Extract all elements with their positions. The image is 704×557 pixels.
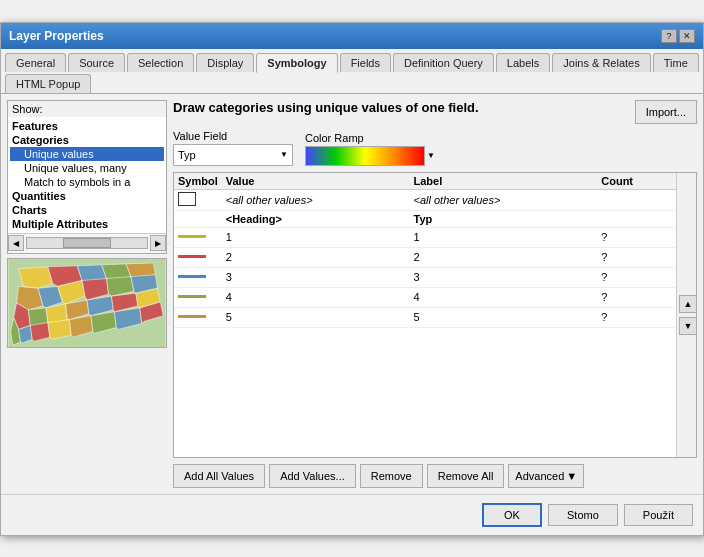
label-cell: 1 <box>410 227 598 247</box>
table-row[interactable]: 1 1 ? <box>174 227 676 247</box>
tree-item-unique-values[interactable]: Unique values <box>10 147 164 161</box>
title-bar: Layer Properties ? ✕ <box>1 23 703 49</box>
count-cell <box>597 189 676 210</box>
count-cell: ? <box>597 247 676 267</box>
label-cell: Typ <box>410 210 598 227</box>
scroll-down-button[interactable]: ▼ <box>679 317 697 335</box>
tab-source[interactable]: Source <box>68 53 125 72</box>
count-cell: ? <box>597 287 676 307</box>
table-row[interactable]: 5 5 ? <box>174 307 676 327</box>
tab-definition-query[interactable]: Definition Query <box>393 53 494 72</box>
main-content: Show: Features Categories Unique values … <box>1 94 703 494</box>
label-cell: 4 <box>410 287 598 307</box>
symbol-cell <box>174 189 222 210</box>
value-cell: 1 <box>222 227 410 247</box>
multiple-attributes-header[interactable]: Multiple Attributes <box>10 217 164 231</box>
count-cell: ? <box>597 227 676 247</box>
cancel-button[interactable]: Stomo <box>548 504 618 526</box>
advanced-dropdown-button[interactable]: Advanced ▼ <box>508 464 584 488</box>
value-field-label: Value Field <box>173 130 293 142</box>
quantities-header[interactable]: Quantities <box>10 189 164 203</box>
add-values-button[interactable]: Add Values... <box>269 464 356 488</box>
footer: OK Stomo Použít <box>1 494 703 535</box>
categories-header[interactable]: Categories <box>10 133 164 147</box>
advanced-arrow-icon: ▼ <box>566 470 577 482</box>
label-cell: 5 <box>410 307 598 327</box>
layer-properties-window: Layer Properties ? ✕ General Source Sele… <box>0 22 704 536</box>
remove-button[interactable]: Remove <box>360 464 423 488</box>
tab-html-popup[interactable]: HTML Popup <box>5 74 91 93</box>
tab-symbology[interactable]: Symbology <box>256 53 337 73</box>
import-button[interactable]: Import... <box>635 100 697 124</box>
ok-button[interactable]: OK <box>482 503 542 527</box>
right-panel: Draw categories using unique values of o… <box>173 100 697 488</box>
value-field-value: Typ <box>178 149 196 161</box>
features-header[interactable]: Features <box>10 119 164 133</box>
values-data-table: Symbol Value Label Count <box>174 173 676 328</box>
count-cell: ? <box>597 267 676 287</box>
symbol-line-icon <box>178 295 206 298</box>
color-ramp-group: Color Ramp ▼ <box>305 132 435 166</box>
tab-joins-relates[interactable]: Joins & Relates <box>552 53 650 72</box>
value-cell: <all other values> <box>222 189 410 210</box>
tab-time[interactable]: Time <box>653 53 699 72</box>
col-count: Count <box>597 173 676 190</box>
advanced-label: Advanced <box>515 470 564 482</box>
color-ramp-label: Color Ramp <box>305 132 435 144</box>
symbol-line-icon <box>178 255 206 258</box>
table-row[interactable]: <Heading> Typ <box>174 210 676 227</box>
tab-selection[interactable]: Selection <box>127 53 194 72</box>
close-button[interactable]: ✕ <box>679 29 695 43</box>
color-ramp-container: ▼ <box>305 146 435 166</box>
table-scroll-buttons: ▲ ▼ <box>676 173 696 457</box>
scroll-up-button[interactable]: ▲ <box>679 295 697 313</box>
table-row[interactable]: <all other values> <all other values> <box>174 189 676 210</box>
table-row[interactable]: 3 3 ? <box>174 267 676 287</box>
symbol-line-icon <box>178 315 206 318</box>
svg-marker-1 <box>19 266 53 288</box>
value-field-dropdown[interactable]: Typ ▼ <box>173 144 293 166</box>
col-label: Label <box>410 173 598 190</box>
map-svg <box>8 259 166 347</box>
field-color-row: Value Field Typ ▼ Color Ramp ▼ <box>173 130 697 166</box>
scroll-thumb <box>63 238 111 248</box>
tree-item-unique-values-many[interactable]: Unique values, many <box>10 161 164 175</box>
help-button[interactable]: ? <box>661 29 677 43</box>
tree-item-match-symbols[interactable]: Match to symbols in a <box>10 175 164 189</box>
tab-labels[interactable]: Labels <box>496 53 550 72</box>
tab-general[interactable]: General <box>5 53 66 72</box>
title-bar-buttons: ? ✕ <box>661 29 695 43</box>
tree-section: Features Categories Unique values Unique… <box>8 117 166 233</box>
add-all-values-button[interactable]: Add All Values <box>173 464 265 488</box>
tab-fields[interactable]: Fields <box>340 53 391 72</box>
symbol-cell <box>174 227 222 247</box>
table-row[interactable]: 4 4 ? <box>174 287 676 307</box>
horizontal-scrollbar[interactable]: ◀ ▶ <box>8 233 166 253</box>
scroll-right-arrow[interactable]: ▶ <box>150 235 166 251</box>
tab-display[interactable]: Display <box>196 53 254 72</box>
left-panel: Show: Features Categories Unique values … <box>7 100 167 254</box>
symbol-cell <box>174 247 222 267</box>
color-ramp[interactable] <box>305 146 425 166</box>
bottom-buttons: Add All Values Add Values... Remove Remo… <box>173 464 697 488</box>
label-cell: 3 <box>410 267 598 287</box>
scroll-left-arrow[interactable]: ◀ <box>8 235 24 251</box>
label-cell: <all other values> <box>410 189 598 210</box>
symbol-cell <box>174 307 222 327</box>
apply-button[interactable]: Použít <box>624 504 693 526</box>
table-row[interactable]: 2 2 ? <box>174 247 676 267</box>
symbol-line-icon <box>178 235 206 238</box>
dropdown-arrow-icon: ▼ <box>280 150 288 159</box>
scroll-track[interactable] <box>26 237 148 249</box>
show-label: Show: <box>8 101 166 117</box>
count-cell <box>597 210 676 227</box>
charts-header[interactable]: Charts <box>10 203 164 217</box>
value-cell: 5 <box>222 307 410 327</box>
values-table: Symbol Value Label Count <box>173 172 697 458</box>
color-ramp-arrow-icon[interactable]: ▼ <box>427 151 435 160</box>
value-cell: 2 <box>222 247 410 267</box>
count-cell: ? <box>597 307 676 327</box>
remove-all-button[interactable]: Remove All <box>427 464 505 488</box>
draw-title: Draw categories using unique values of o… <box>173 100 479 115</box>
top-controls: Draw categories using unique values of o… <box>173 100 697 124</box>
